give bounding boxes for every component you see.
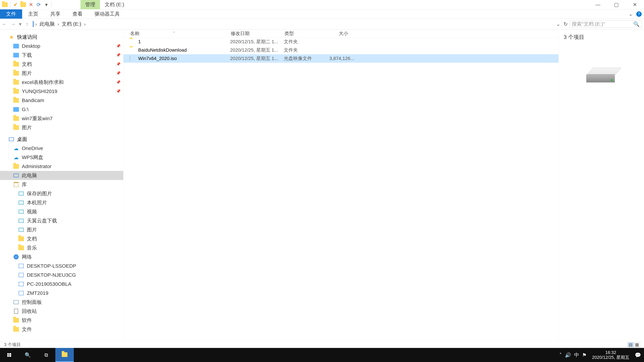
nav-item[interactable]: PC-20190530OBLA	[0, 280, 123, 289]
tray-ime-indicator[interactable]: 中	[574, 352, 579, 359]
file-row[interactable]: 1 2020/12/15, 星期二 1... 文件夹	[124, 37, 558, 46]
breadcrumb-segment[interactable]: 文档 (E:)	[61, 20, 82, 28]
nav-back-button[interactable]: ←	[0, 19, 9, 29]
nav-item[interactable]: 库	[0, 180, 123, 189]
column-header-size[interactable]: 大小	[323, 30, 353, 37]
view-largeicons-button[interactable]: ▦	[634, 342, 640, 347]
column-header-date[interactable]: 修改日期	[224, 30, 278, 37]
nav-item[interactable]: excel表格制作求和📌	[0, 78, 123, 87]
nav-item[interactable]: DESKTOP-LSSOEDP	[0, 261, 123, 271]
navigation-pane[interactable]: ★ 快速访问 Desktop📌下载📌文档📌图片📌excel表格制作求和📌YUNQ…	[0, 29, 124, 341]
ribbon-tab-home[interactable]: 主页	[22, 9, 44, 18]
breadcrumb[interactable]: › 此电脑 › 文档 (E:) ›	[32, 20, 86, 28]
nav-item[interactable]: ☁OneDrive	[0, 144, 123, 153]
qat-customize-icon[interactable]: ▾	[43, 1, 50, 8]
column-header-type[interactable]: 类型	[278, 30, 323, 37]
taskbar-clock[interactable]: 16:32 2020/12/25, 星期五	[590, 350, 632, 360]
nav-item[interactable]: 视频	[0, 207, 123, 216]
nav-item-controlpanel[interactable]: 控制面板	[0, 298, 123, 307]
maximize-button[interactable]: ▢	[607, 0, 626, 9]
clock-date: 2020/12/25, 星期五	[592, 355, 630, 360]
ribbon-tab-drivetools[interactable]: 驱动器工具	[88, 9, 126, 18]
view-details-button[interactable]: ▤	[628, 342, 634, 347]
tray-volume-icon[interactable]: 🔊	[565, 352, 571, 358]
ribbon-context-tab[interactable]: 管理	[80, 0, 100, 9]
nav-item[interactable]: YUNQISHI2019📌	[0, 87, 123, 96]
ribbon-expand-icon[interactable]: ⌄	[627, 9, 634, 18]
pin-icon: 📌	[116, 44, 120, 48]
nav-item[interactable]: 图片	[0, 225, 123, 234]
start-button[interactable]	[0, 348, 18, 362]
chevron-right-icon[interactable]: ›	[83, 21, 86, 27]
column-header-row[interactable]: 名称 ˄ 修改日期 类型 大小	[124, 29, 558, 37]
cell-name: 1	[138, 39, 230, 44]
breadcrumb-segment[interactable]: 此电脑	[38, 20, 56, 28]
file-row[interactable]: BaiduNetdiskDownload 2020/12/25, 星期五 1..…	[124, 46, 558, 54]
nav-item-network[interactable]: 网络	[0, 252, 123, 261]
qat-properties-icon[interactable]: ✔	[12, 1, 18, 8]
nav-item-icon	[18, 200, 24, 206]
nav-item[interactable]: ZMT2019	[0, 289, 123, 298]
help-button[interactable]: ?	[636, 9, 642, 18]
refresh-button[interactable]: ↻	[562, 20, 570, 28]
taskview-button[interactable]: ⧉	[37, 348, 55, 362]
nav-item-files[interactable]: 文件	[0, 325, 123, 334]
breadcrumb-root-icon[interactable]	[33, 21, 34, 27]
ribbon-tab-view[interactable]: 查看	[66, 9, 88, 18]
address-dropdown-icon[interactable]: ⌄	[555, 21, 562, 27]
nav-item[interactable]: Desktop📌	[0, 41, 123, 51]
ribbon-tab-share[interactable]: 共享	[44, 9, 66, 18]
nav-item[interactable]: G:\	[0, 105, 123, 114]
tray-overflow-icon[interactable]: ˄	[559, 352, 562, 358]
nav-item[interactable]: 文档	[0, 234, 123, 243]
title-bar: ✔ ✕ ⟳ ▾ 管理 文档 (E:) — ▢ ✕	[0, 0, 644, 9]
nav-item[interactable]: 图片📌	[0, 69, 123, 78]
nav-recent-button[interactable]: ▾	[18, 19, 23, 29]
chevron-right-icon[interactable]: ›	[57, 21, 60, 27]
tray-flag-icon[interactable]: ⚑	[582, 352, 587, 358]
nav-group-quickaccess[interactable]: ★ 快速访问	[0, 32, 123, 41]
search-icon[interactable]: 🔍	[633, 21, 640, 27]
ribbon-tab-file[interactable]: 文件	[0, 9, 22, 18]
qat-undo-icon[interactable]: ⟳	[36, 1, 42, 8]
nav-item[interactable]: Administrator	[0, 162, 123, 171]
nav-item-recyclebin[interactable]: 回收站	[0, 307, 123, 316]
action-center-icon[interactable]: 💬	[635, 352, 641, 358]
nav-item[interactable]: DESKTOP-NJEU3CG	[0, 271, 123, 280]
column-header-name[interactable]: 名称 ˄	[124, 30, 224, 37]
nav-item[interactable]: 图片	[0, 123, 123, 132]
system-tray[interactable]: ˄ 🔊 中 ⚑ 16:32 2020/12/25, 星期五 💬	[556, 348, 644, 362]
pin-icon: 📌	[116, 53, 120, 57]
nav-item[interactable]: win7重装win7	[0, 114, 123, 123]
chevron-right-icon[interactable]: ›	[34, 21, 38, 27]
search-input[interactable]: 搜索"文档 (E:)" 🔍	[570, 20, 642, 28]
nav-item[interactable]: 保存的图片	[0, 189, 123, 198]
nav-label: 图片	[22, 124, 32, 131]
nav-item[interactable]: ☁WPS网盘	[0, 153, 123, 162]
nav-label: DESKTOP-NJEU3CG	[27, 272, 76, 278]
nav-label: 文档	[27, 236, 37, 242]
nav-item[interactable]: 此电脑	[0, 171, 123, 180]
nav-item[interactable]: 音乐	[0, 243, 123, 252]
minimize-button[interactable]: —	[589, 0, 607, 9]
taskbar[interactable]: 🔍 ⧉ ˄ 🔊 中 ⚑ 16:32 2020/12/25, 星期五 💬	[0, 348, 644, 362]
nav-item[interactable]: 本机照片	[0, 198, 123, 207]
taskbar-search-button[interactable]: 🔍	[18, 348, 37, 362]
sort-asc-icon: ˄	[173, 31, 175, 36]
nav-up-button[interactable]: ↑	[23, 19, 32, 29]
nav-item[interactable]: 下载📌	[0, 51, 123, 60]
qat-newfolder-icon[interactable]	[20, 1, 26, 8]
nav-forward-button[interactable]: →	[9, 19, 18, 29]
taskbar-explorer-button[interactable]	[55, 348, 74, 362]
nav-item[interactable]: 文档📌	[0, 60, 123, 69]
file-row[interactable]: Win7x64_2020.iso 2020/12/25, 星期五 1... 光盘…	[124, 54, 558, 63]
qat-delete-icon[interactable]: ✕	[28, 1, 34, 8]
nav-item[interactable]: Bandicam	[0, 96, 123, 105]
close-button[interactable]: ✕	[626, 0, 644, 9]
nav-item-software[interactable]: 软件	[0, 316, 123, 325]
nav-item[interactable]: 天翼云盘下载	[0, 216, 123, 225]
qat-app-icon[interactable]	[2, 1, 8, 8]
folder-icon	[13, 43, 19, 49]
folder-icon	[13, 115, 19, 121]
nav-group-desktop[interactable]: 桌面	[0, 135, 123, 144]
